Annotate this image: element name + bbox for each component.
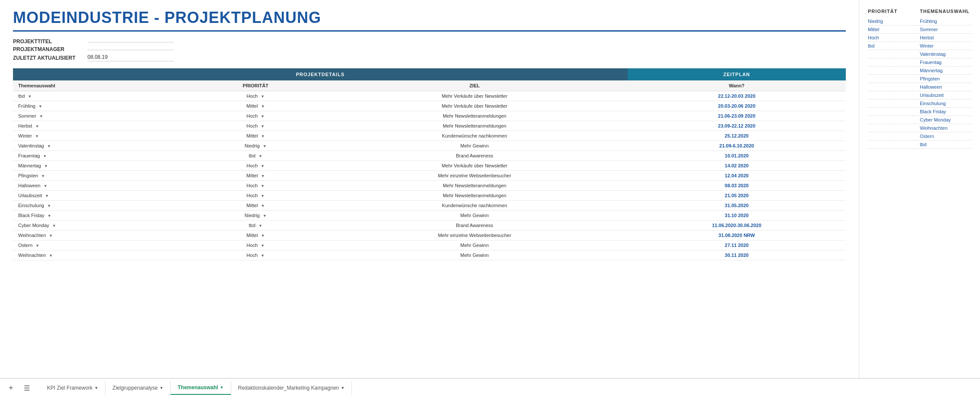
dropdown-arrow[interactable]: ▼ [35,134,39,138]
tab-0[interactable]: KPI Ziel Framework ▼ [40,381,106,395]
cell-thema: Black Friday ▼ [13,211,190,221]
right-cell-thema[interactable]: Black Friday [920,109,954,114]
table-row: Weihnachten ▼Hoch ▼Mehr Gewinn30.11 2020 [13,250,846,260]
dropdown-arrow[interactable]: ▼ [261,204,265,208]
dropdown-arrow[interactable]: ▼ [43,154,47,158]
table-row: Männertag ▼Hoch ▼Mehr Verkäufe über News… [13,161,846,171]
right-cell-prioritaet[interactable]: Hoch [868,35,903,40]
dropdown-arrow[interactable]: ▼ [43,184,47,188]
right-cell-prioritaet[interactable]: Mittel [868,27,903,32]
right-cell-prioritaet [868,142,903,147]
cell-wann: 25.12.2020 [628,131,846,141]
dropdown-arrow[interactable]: ▼ [52,224,56,228]
dropdown-arrow[interactable]: ▼ [261,253,264,258]
dropdown-arrow[interactable]: ▼ [261,94,264,99]
right-cell-thema[interactable]: Ostern [920,134,954,139]
right-cell-thema[interactable]: Winter [920,43,954,48]
dropdown-arrow[interactable]: ▼ [49,253,53,258]
right-panel-row: tbdWinter [868,42,971,50]
right-cell-thema[interactable]: Weihnachten [920,125,954,131]
dropdown-arrow[interactable]: ▼ [261,134,265,138]
right-cell-prioritaet [868,117,903,122]
cell-prioritaet: Hoch ▼ [190,250,322,260]
meta-row-aktualisiert: ZULETZT AKTUALISIERT 08.08.19 [13,54,846,61]
right-cell-thema[interactable]: Frauentag [920,60,954,65]
right-cell-prioritaet [868,76,903,81]
cell-wann: 11.06.2020-30.06.2020 [628,221,846,231]
right-cell-thema[interactable]: Herbst [920,35,954,40]
page-title: MODEINDUSTRIE - PROJEKTPLANUNG [13,9,846,32]
cell-prioritaet: Mittel ▼ [190,231,322,240]
right-cell-thema[interactable]: Einschulung [920,101,954,106]
table-row: Valentinstag ▼Niedrig ▼Mehr Gewinn21.09-… [13,141,846,151]
right-cell-thema[interactable]: Frühling [920,19,954,24]
right-cell-thema[interactable]: Cyber Monday [920,117,954,122]
dropdown-arrow[interactable]: ▼ [261,194,264,198]
right-panel: PRIORITÄT THEMENAUSWAHL NiedrigFrühlingM… [859,0,980,378]
cell-wann: 21.09-6.10.2020 [628,141,846,151]
right-cell-thema[interactable]: Valentinstag [920,51,954,57]
cell-thema: Männertag ▼ [13,161,190,171]
right-cell-thema[interactable]: tbd [920,142,954,147]
tab-1[interactable]: Zielgruppenanalyse ▼ [106,381,171,395]
tab-2[interactable]: Themenauswahl ▼ [171,381,231,395]
table-row: Pfingsten ▼Mittel ▼Mehr einzelne Webseit… [13,171,846,181]
meta-row-projekttitel: PROJEKTTITEL [13,38,846,45]
bottom-bar: + ☰ KPI Ziel Framework ▼Zielgruppenanaly… [0,378,980,397]
dropdown-arrow[interactable]: ▼ [258,154,262,158]
dropdown-arrow[interactable]: ▼ [44,164,48,168]
right-cell-thema[interactable]: Urlaubszeit [920,93,954,98]
dropdown-arrow[interactable]: ▼ [261,243,264,248]
cell-ziel: Mehr Verkäufe über Newsletter [322,101,628,111]
dropdown-arrow[interactable]: ▼ [261,234,265,238]
table-row: Frühling ▼Mittel ▼Mehr Verkäufe über New… [13,101,846,111]
dropdown-arrow[interactable]: ▼ [261,124,264,128]
tab-add-button[interactable]: + [5,382,17,394]
cell-ziel: Mehr einzelne Webseitenbesucher [322,171,628,181]
right-cell-prioritaet[interactable]: Niedrig [868,19,903,24]
tab-arrow: ▼ [94,386,98,390]
cell-ziel: Mehr Gewinn [322,211,628,221]
right-cell-thema[interactable]: Männertag [920,68,954,73]
dropdown-arrow[interactable]: ▼ [39,114,43,118]
cell-thema: Einschulung ▼ [13,201,190,211]
dropdown-arrow[interactable]: ▼ [47,144,51,148]
right-header-thema: THEMENAUSWAHL [920,9,970,14]
dropdown-arrow[interactable]: ▼ [261,174,265,178]
dropdown-arrow[interactable]: ▼ [261,164,264,168]
dropdown-arrow[interactable]: ▼ [35,243,39,248]
dropdown-arrow[interactable]: ▼ [258,224,262,228]
table-row: Black Friday ▼Niedrig ▼Mehr Gewinn31.10 … [13,211,846,221]
dropdown-arrow[interactable]: ▼ [263,144,267,148]
dropdown-arrow[interactable]: ▼ [263,214,267,218]
table-row: Ostern ▼Hoch ▼Mehr Gewinn27.11 2020 [13,240,846,250]
meta-row-projektmanager: PROJEKTMANAGER [13,46,846,52]
dropdown-arrow[interactable]: ▼ [35,124,39,128]
dropdown-arrow[interactable]: ▼ [45,194,49,198]
tab-menu-button[interactable]: ☰ [20,382,33,394]
cell-thema: Winter ▼ [13,131,190,141]
main-content: MODEINDUSTRIE - PROJEKTPLANUNG PROJEKTTI… [0,0,980,378]
cell-prioritaet: Mittel ▼ [190,131,322,141]
dropdown-arrow[interactable]: ▼ [48,214,52,218]
dropdown-arrow[interactable]: ▼ [28,94,32,99]
right-panel-row: Valentinstag [868,50,971,58]
dropdown-arrow[interactable]: ▼ [47,204,51,208]
dropdown-arrow[interactable]: ▼ [261,104,265,109]
dropdown-arrow[interactable]: ▼ [41,174,45,178]
dropdown-arrow[interactable]: ▼ [39,104,42,109]
tab-3[interactable]: Redaktionskalender_Marketing Kampagnen ▼ [231,381,352,395]
table-row: Halloween ▼Hoch ▼Mehr Newsletteranmeldun… [13,181,846,191]
right-cell-thema[interactable]: Sommer [920,27,954,32]
right-panel-row: Männertag [868,67,971,75]
right-cell-thema[interactable]: Halloween [920,84,954,90]
dropdown-arrow[interactable]: ▼ [261,114,264,118]
cell-prioritaet: Hoch ▼ [190,91,322,101]
dropdown-arrow[interactable]: ▼ [49,234,53,238]
cell-thema: Herbst ▼ [13,121,190,131]
right-cell-thema[interactable]: Pfingsten [920,76,954,81]
right-panel-row: MittelSommer [868,26,971,34]
dropdown-arrow[interactable]: ▼ [261,184,264,188]
right-cell-prioritaet[interactable]: tbd [868,43,903,48]
meta-value-aktualisiert: 08.08.19 [87,54,174,61]
